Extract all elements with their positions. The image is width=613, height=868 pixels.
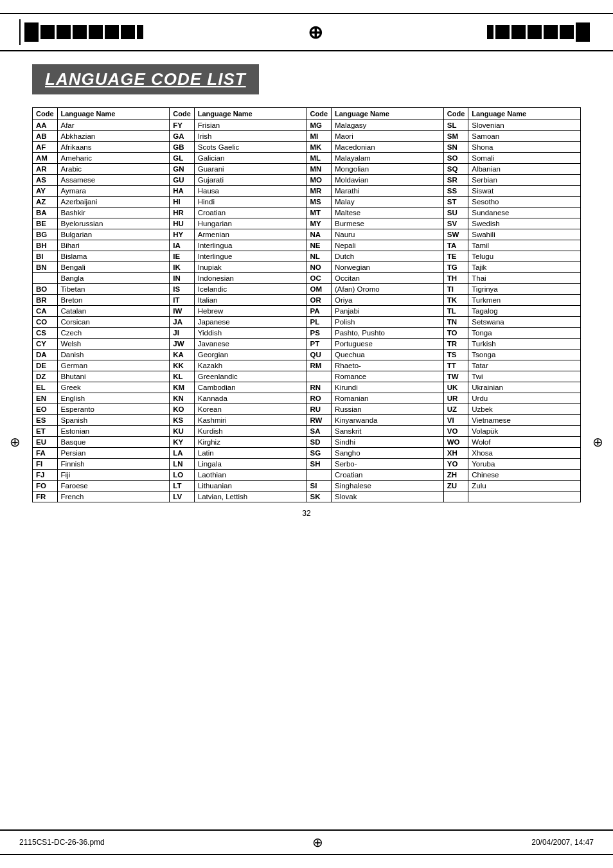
name-cell-13-3: Inupiak [194,262,306,273]
table-row: CYWelshJWJavanesePTPortugueseTRTurkish [33,339,581,350]
code-cell-4-6: SQ [443,164,468,175]
name-cell-21-7: Tsonga [468,350,581,360]
name-cell-12-3: Interlingue [194,251,306,262]
sq3 [57,25,71,39]
name-cell-1-1: Abkhazian [57,131,170,142]
sq8 [137,25,143,39]
name-cell-26-1: Esperanto [57,404,170,415]
name-cell-13-7: Tajik [468,262,581,273]
code-cell-19-0: CS [33,328,58,339]
code-cell-21-0: DA [33,350,58,360]
code-cell-0-2: FY [170,120,195,131]
code-cell-20-6: TR [443,339,468,350]
name-cell-18-7: Setswana [468,317,581,328]
code-cell-15-0: BO [33,284,58,295]
table-row: BOTibetanISIcelandicOM(Afan) OromoTITigr… [33,284,581,295]
code-cell-24-2: KM [170,382,195,393]
code-cell-29-6: WO [443,437,468,448]
name-cell-2-3: Scots Gaelic [194,142,306,153]
name-cell-24-7: Ukrainian [468,382,581,393]
code-cell-25-6: UR [443,393,468,404]
code-cell-22-2: KK [170,360,195,371]
table-row: BGBulgarianHYArmenianNANauruSWSwahili [33,229,581,240]
sq1 [24,22,39,42]
language-table: Code Language Name Code Language Name Co… [32,107,581,502]
code-cell-18-2: JA [170,317,195,328]
code-cell-23-2: KL [170,371,195,382]
name-cell-1-3: Irish [194,131,306,142]
name-cell-16-3: Italian [194,295,306,306]
code-cell-12-0: BI [33,251,58,262]
code-cell-33-2: LT [170,481,195,492]
name-cell-6-3: Hausa [194,186,306,197]
code-cell-5-6: SR [443,175,468,186]
name-cell-27-3: Kashmiri [194,415,306,426]
code-cell-11-0: BH [33,240,58,251]
code-cell-28-6: VO [443,426,468,437]
table-row: AMAmeharicGLGalicianMLMalayalamSOSomali [33,153,581,164]
header-squares-right [487,22,590,42]
code-cell-8-6: SU [443,208,468,218]
name-cell-32-7: Chinese [468,470,581,481]
name-cell-10-1: Bulgarian [57,229,170,240]
name-cell-8-3: Croatian [194,208,306,218]
page-number: 32 [32,509,581,518]
table-row: ELGreekKMCambodianRNKirundiUKUkrainian [33,382,581,393]
code-cell-17-0: CA [33,306,58,317]
code-cell-31-2: LN [170,459,195,470]
code-cell-18-0: CO [33,317,58,328]
name-cell-7-7: Sesotho [468,197,581,208]
name-cell-1-5: Maori [332,131,444,142]
code-cell-21-6: TS [443,350,468,360]
code-cell-30-2: LA [170,448,195,459]
name-cell-23-7: Twi [468,371,581,382]
table-row: EOEsperantoKOKoreanRURussianUZUzbek [33,404,581,415]
code-cell-19-4: PS [306,328,332,339]
name-cell-5-7: Serbian [468,175,581,186]
code-cell-23-6: TW [443,371,468,382]
code-cell-31-0: FI [33,459,58,470]
main-content: LANGUAGE CODE LIST Code Language Name Co… [0,51,613,544]
header-left [19,19,143,45]
code-cell-16-0: BR [33,295,58,306]
code-cell-18-4: PL [306,317,332,328]
code-cell-24-4: RN [306,382,332,393]
code-cell-0-4: MG [306,120,332,131]
name-cell-23-1: Bhutani [57,371,170,382]
name-cell-17-3: Hebrew [194,306,306,317]
name-cell-14-5: Occitan [332,273,444,284]
name-cell-32-1: Fiji [57,470,170,481]
name-cell-15-3: Icelandic [194,284,306,295]
name-cell-29-1: Basque [57,437,170,448]
name-cell-13-1: Bengali [57,262,170,273]
code-cell-18-6: TN [443,317,468,328]
code-cell-0-0: AA [33,120,58,131]
code-cell-8-2: HR [170,208,195,218]
code-cell-19-2: JI [170,328,195,339]
code-cell-27-4: RW [306,415,332,426]
table-row: EUBasqueKYKirghizSDSindhiWOWolof [33,437,581,448]
name-cell-2-5: Macedonian [332,142,444,153]
name-cell-25-5: Romanian [332,393,444,404]
name-cell-26-7: Uzbek [468,404,581,415]
sq-r2 [495,25,510,39]
col-header-code2: Code [170,108,195,120]
name-cell-13-5: Norwegian [332,262,444,273]
table-row: DEGermanKKKazakhRMRhaeto-TTTatar [33,360,581,371]
code-cell-2-2: GB [170,142,195,153]
code-cell-31-6: YO [443,459,468,470]
name-cell-10-7: Swahili [468,229,581,240]
code-cell-9-4: MY [306,218,332,229]
code-cell-32-6: ZH [443,470,468,481]
code-cell-16-6: TK [443,295,468,306]
code-cell-2-4: MK [306,142,332,153]
code-cell-1-4: MI [306,131,332,142]
name-cell-27-1: Spanish [57,415,170,426]
code-cell-6-0: AY [33,186,58,197]
header-compass: ⊕ [308,22,323,43]
code-cell-28-4: SA [306,426,332,437]
table-row: CACatalanIWHebrewPAPanjabiTLTagalog [33,306,581,317]
code-cell-11-6: TA [443,240,468,251]
name-cell-21-3: Georgian [194,350,306,360]
name-cell-9-1: Byelorussian [57,218,170,229]
